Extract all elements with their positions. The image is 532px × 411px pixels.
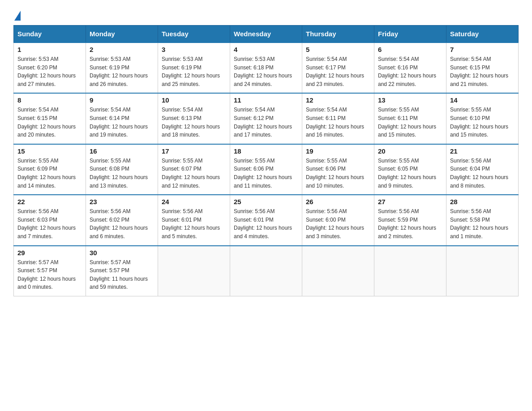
calendar-day-cell: 5 Sunrise: 5:54 AMSunset: 6:17 PMDayligh… (302, 43, 374, 93)
calendar-day-cell: 10 Sunrise: 5:54 AMSunset: 6:13 PMDaylig… (158, 93, 230, 144)
day-info: Sunrise: 5:54 AMSunset: 6:14 PMDaylight:… (90, 106, 154, 139)
day-number: 17 (162, 147, 226, 155)
day-number: 30 (90, 249, 154, 257)
page-header (13, 9, 519, 21)
day-info: Sunrise: 5:53 AMSunset: 6:19 PMDaylight:… (90, 55, 154, 88)
day-info: Sunrise: 5:54 AMSunset: 6:17 PMDaylight:… (306, 55, 370, 88)
day-info: Sunrise: 5:55 AMSunset: 6:05 PMDaylight:… (378, 157, 442, 190)
calendar-day-cell: 7 Sunrise: 5:54 AMSunset: 6:15 PMDayligh… (446, 43, 519, 93)
calendar-day-cell: 17 Sunrise: 5:55 AMSunset: 6:07 PMDaylig… (158, 144, 230, 195)
day-info: Sunrise: 5:55 AMSunset: 6:06 PMDaylight:… (306, 157, 370, 190)
day-info: Sunrise: 5:55 AMSunset: 6:08 PMDaylight:… (90, 157, 154, 190)
calendar-day-cell: 11 Sunrise: 5:54 AMSunset: 6:12 PMDaylig… (230, 93, 302, 144)
day-info: Sunrise: 5:55 AMSunset: 6:10 PMDaylight:… (450, 106, 515, 139)
logo-triangle-icon (14, 11, 21, 21)
day-info: Sunrise: 5:56 AMSunset: 5:58 PMDaylight:… (450, 207, 515, 240)
calendar-day-cell: 19 Sunrise: 5:55 AMSunset: 6:06 PMDaylig… (302, 144, 374, 195)
day-number: 4 (234, 46, 298, 53)
day-info: Sunrise: 5:56 AMSunset: 6:03 PMDaylight:… (17, 207, 82, 240)
day-number: 14 (450, 96, 515, 104)
day-number: 11 (234, 96, 298, 104)
day-info: Sunrise: 5:53 AMSunset: 6:20 PMDaylight:… (17, 55, 82, 88)
day-info: Sunrise: 5:55 AMSunset: 6:09 PMDaylight:… (17, 157, 82, 190)
calendar-day-cell: 4 Sunrise: 5:53 AMSunset: 6:18 PMDayligh… (230, 43, 302, 93)
calendar-week-row: 15 Sunrise: 5:55 AMSunset: 6:09 PMDaylig… (14, 144, 519, 195)
calendar-day-cell (374, 246, 446, 296)
day-info: Sunrise: 5:54 AMSunset: 6:15 PMDaylight:… (450, 55, 515, 88)
day-info: Sunrise: 5:56 AMSunset: 6:01 PMDaylight:… (162, 207, 226, 240)
day-info: Sunrise: 5:55 AMSunset: 6:11 PMDaylight:… (378, 106, 442, 139)
weekday-header-thursday: Thursday (302, 26, 374, 43)
day-number: 23 (90, 198, 154, 206)
calendar-week-row: 1 Sunrise: 5:53 AMSunset: 6:20 PMDayligh… (14, 43, 519, 93)
calendar-week-row: 8 Sunrise: 5:54 AMSunset: 6:15 PMDayligh… (14, 93, 519, 144)
day-info: Sunrise: 5:54 AMSunset: 6:15 PMDaylight:… (17, 106, 82, 139)
day-number: 6 (378, 46, 442, 53)
day-info: Sunrise: 5:55 AMSunset: 6:07 PMDaylight:… (162, 157, 226, 190)
calendar-day-cell: 26 Sunrise: 5:56 AMSunset: 6:00 PMDaylig… (302, 195, 374, 245)
calendar-day-cell: 21 Sunrise: 5:56 AMSunset: 6:04 PMDaylig… (446, 144, 519, 195)
calendar-day-cell (230, 246, 302, 296)
calendar-day-cell: 20 Sunrise: 5:55 AMSunset: 6:05 PMDaylig… (374, 144, 446, 195)
day-info: Sunrise: 5:54 AMSunset: 6:13 PMDaylight:… (162, 106, 226, 139)
calendar-day-cell: 27 Sunrise: 5:56 AMSunset: 5:59 PMDaylig… (374, 195, 446, 245)
day-number: 27 (378, 198, 442, 206)
day-number: 16 (90, 147, 154, 155)
calendar-day-cell: 14 Sunrise: 5:55 AMSunset: 6:10 PMDaylig… (446, 93, 519, 144)
day-info: Sunrise: 5:53 AMSunset: 6:18 PMDaylight:… (234, 55, 298, 88)
day-number: 19 (306, 147, 370, 155)
day-info: Sunrise: 5:57 AMSunset: 5:57 PMDaylight:… (90, 258, 154, 291)
day-number: 22 (17, 198, 82, 206)
day-number: 9 (90, 96, 154, 104)
calendar-day-cell: 13 Sunrise: 5:55 AMSunset: 6:11 PMDaylig… (374, 93, 446, 144)
calendar-day-cell: 22 Sunrise: 5:56 AMSunset: 6:03 PMDaylig… (14, 195, 86, 245)
day-info: Sunrise: 5:56 AMSunset: 6:01 PMDaylight:… (234, 207, 298, 240)
calendar-day-cell (158, 246, 230, 296)
weekday-header-saturday: Saturday (446, 26, 519, 43)
calendar-day-cell: 9 Sunrise: 5:54 AMSunset: 6:14 PMDayligh… (86, 93, 158, 144)
calendar-day-cell: 6 Sunrise: 5:54 AMSunset: 6:16 PMDayligh… (374, 43, 446, 93)
day-number: 15 (17, 147, 82, 155)
calendar-week-row: 29 Sunrise: 5:57 AMSunset: 5:57 PMDaylig… (14, 246, 519, 296)
day-info: Sunrise: 5:54 AMSunset: 6:11 PMDaylight:… (306, 106, 370, 139)
weekday-header-tuesday: Tuesday (158, 26, 230, 43)
day-number: 18 (234, 147, 298, 155)
day-info: Sunrise: 5:56 AMSunset: 6:02 PMDaylight:… (90, 207, 154, 240)
day-number: 7 (450, 46, 515, 53)
day-number: 26 (306, 198, 370, 206)
calendar-week-row: 22 Sunrise: 5:56 AMSunset: 6:03 PMDaylig… (14, 195, 519, 245)
day-info: Sunrise: 5:56 AMSunset: 5:59 PMDaylight:… (378, 207, 442, 240)
day-info: Sunrise: 5:55 AMSunset: 6:06 PMDaylight:… (234, 157, 298, 190)
day-info: Sunrise: 5:54 AMSunset: 6:16 PMDaylight:… (378, 55, 442, 88)
calendar-day-cell: 29 Sunrise: 5:57 AMSunset: 5:57 PMDaylig… (14, 246, 86, 296)
day-number: 21 (450, 147, 515, 155)
calendar-day-cell: 23 Sunrise: 5:56 AMSunset: 6:02 PMDaylig… (86, 195, 158, 245)
day-info: Sunrise: 5:54 AMSunset: 6:12 PMDaylight:… (234, 106, 298, 139)
day-number: 29 (17, 249, 82, 257)
weekday-header-friday: Friday (374, 26, 446, 43)
calendar-day-cell: 15 Sunrise: 5:55 AMSunset: 6:09 PMDaylig… (14, 144, 86, 195)
weekday-header-wednesday: Wednesday (230, 26, 302, 43)
day-info: Sunrise: 5:57 AMSunset: 5:57 PMDaylight:… (17, 258, 82, 291)
day-number: 24 (162, 198, 226, 206)
day-number: 12 (306, 96, 370, 104)
day-number: 13 (378, 96, 442, 104)
day-number: 2 (90, 46, 154, 53)
calendar-day-cell: 18 Sunrise: 5:55 AMSunset: 6:06 PMDaylig… (230, 144, 302, 195)
day-number: 3 (162, 46, 226, 53)
calendar-day-cell: 1 Sunrise: 5:53 AMSunset: 6:20 PMDayligh… (14, 43, 86, 93)
day-number: 28 (450, 198, 515, 206)
day-number: 8 (17, 96, 82, 104)
calendar-day-cell: 25 Sunrise: 5:56 AMSunset: 6:01 PMDaylig… (230, 195, 302, 245)
logo (13, 9, 21, 21)
day-number: 10 (162, 96, 226, 104)
calendar-day-cell: 30 Sunrise: 5:57 AMSunset: 5:57 PMDaylig… (86, 246, 158, 296)
weekday-header-monday: Monday (86, 26, 158, 43)
calendar-day-cell: 28 Sunrise: 5:56 AMSunset: 5:58 PMDaylig… (446, 195, 519, 245)
calendar-day-cell: 24 Sunrise: 5:56 AMSunset: 6:01 PMDaylig… (158, 195, 230, 245)
calendar-day-cell: 2 Sunrise: 5:53 AMSunset: 6:19 PMDayligh… (86, 43, 158, 93)
calendar-day-cell (302, 246, 374, 296)
calendar-day-cell: 8 Sunrise: 5:54 AMSunset: 6:15 PMDayligh… (14, 93, 86, 144)
calendar-table: SundayMondayTuesdayWednesdayThursdayFrid… (13, 25, 519, 296)
weekday-header-sunday: Sunday (14, 26, 86, 43)
